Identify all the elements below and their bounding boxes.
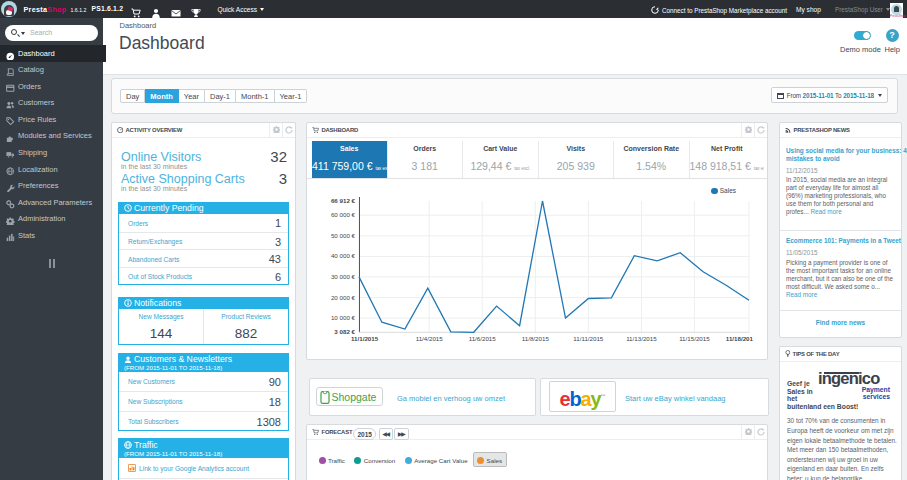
- svg-text:30 000 €: 30 000 €: [331, 273, 356, 280]
- svg-text:60 000 €: 60 000 €: [331, 211, 356, 218]
- svg-text:11/4/2015: 11/4/2015: [416, 335, 444, 342]
- svg-text:11/8/2015: 11/8/2015: [522, 335, 550, 342]
- svg-text:11/6/2015: 11/6/2015: [469, 335, 497, 342]
- svg-text:11/11/2015: 11/11/2015: [573, 335, 604, 342]
- svg-text:11/18/201: 11/18/201: [726, 335, 754, 342]
- svg-text:10 000 €: 10 000 €: [331, 314, 356, 321]
- svg-text:3 082 €: 3 082 €: [334, 328, 355, 335]
- svg-text:66 912 €: 66 912 €: [331, 197, 356, 204]
- svg-text:11/15/2015: 11/15/2015: [679, 335, 710, 342]
- svg-text:50 000 €: 50 000 €: [331, 232, 356, 239]
- svg-text:40 000 €: 40 000 €: [331, 252, 356, 259]
- svg-text:11/13/2015: 11/13/2015: [626, 335, 657, 342]
- svg-text:20 000 €: 20 000 €: [331, 294, 356, 301]
- svg-text:11/1/2015: 11/1/2015: [351, 335, 379, 342]
